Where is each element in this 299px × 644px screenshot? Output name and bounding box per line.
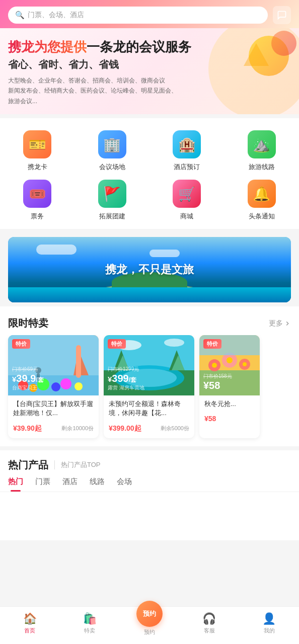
hot-tab-hotel[interactable]: 酒店 bbox=[62, 477, 78, 492]
chevron-right-icon bbox=[284, 320, 291, 327]
grid-item-travel[interactable]: ⛰️ 旅游线路 bbox=[225, 130, 300, 172]
sale-card-2-location: 露营 湖房车营地 bbox=[108, 384, 144, 391]
nav-item-profile[interactable]: 👤 我的 bbox=[239, 612, 299, 634]
sale-card-1-stock: 剩余10000份 bbox=[61, 425, 94, 432]
nav-home-label: 首页 bbox=[24, 627, 35, 634]
sale-card-1-body: 【台商|宝贝王】解放双手遛娃新潮地！仅... bbox=[8, 395, 99, 422]
search-icon: 🔍 bbox=[15, 11, 25, 20]
svg-point-7 bbox=[74, 382, 83, 390]
hot-tab-venue[interactable]: 会场 bbox=[117, 477, 132, 492]
search-placeholder: 门票、会场、酒店 bbox=[28, 11, 84, 20]
grid-section: 🎫 携龙卡 🏢 会议场地 🏨 酒店预订 ⛰️ 旅游线路 🎟️ bbox=[0, 118, 299, 229]
ticket-icon: 🎟️ bbox=[23, 180, 51, 208]
grid-item-team[interactable]: 🚩 拓展团建 bbox=[75, 180, 150, 221]
search-bar[interactable]: 🔍 门票、会场、酒店 bbox=[8, 7, 268, 24]
flash-sale-list: 特价 门市价69元 ¥39.9/套 台商宝贝王 【台商|宝贝王】解放双手遛娃新潮… bbox=[0, 335, 299, 446]
notice-icon: 🔔 bbox=[248, 180, 276, 208]
banner-title-rest: 一条龙的会议服务 bbox=[87, 39, 191, 54]
grid-item-ticket[interactable]: 🎟️ 票务 bbox=[0, 180, 75, 221]
booking-button[interactable]: 预约 bbox=[136, 601, 163, 627]
sale-card-2-current-price: ¥399/套 bbox=[108, 373, 144, 384]
xielongka-label: 携龙卡 bbox=[28, 163, 47, 172]
banner-desc: 大型晚会、企业年会、答谢会、招商会、培训会、微商会议 新闻发布会、经销商大会、医… bbox=[8, 75, 220, 106]
bottom-spacer bbox=[0, 540, 299, 581]
sale-card-3-image: 特价 门市价158元 ¥58 bbox=[199, 335, 260, 395]
xielongka-icon: 🎫 bbox=[23, 130, 51, 158]
nav-item-booking[interactable]: 预约 预约 bbox=[120, 611, 180, 636]
hero-banner: 携龙为您提供一条龙的会议服务 省心、省时、省力、省钱 大型晚会、企业年会、答谢会… bbox=[0, 28, 299, 114]
svg-point-28 bbox=[243, 362, 247, 366]
sale-card-3[interactable]: 特价 门市价158元 ¥58 秋冬元抢... ¥58 bbox=[199, 335, 260, 438]
sale-card-2-stock: 剩余5000份 bbox=[161, 425, 189, 432]
shop-label: 商城 bbox=[180, 212, 193, 221]
home-icon: 🏠 bbox=[23, 612, 37, 625]
sale-card-2-footer: ¥399.00起 剩余5000份 bbox=[104, 422, 194, 438]
bottom-nav: 🏠 首页 🛍️ 特卖 预约 预约 🎧 客服 👤 我的 bbox=[0, 606, 299, 644]
sale-card-2-real-price: ¥399.00起 bbox=[109, 424, 141, 433]
grid-item-venue[interactable]: 🏢 会议场地 bbox=[75, 130, 150, 172]
hot-products-tabs: 热门 门票 酒店 线路 会场 bbox=[0, 477, 299, 492]
message-button[interactable] bbox=[273, 6, 291, 24]
sale-card-1-current-price: ¥39.9/套 bbox=[12, 373, 44, 384]
flash-sale-more[interactable]: 更多 bbox=[269, 319, 291, 328]
sale-card-1-title: 【台商|宝贝王】解放双手遛娃新潮地！仅... bbox=[13, 399, 94, 418]
venue-icon: 🏢 bbox=[98, 130, 126, 158]
sale-icon: 🛍️ bbox=[83, 612, 97, 625]
nav-item-sale[interactable]: 🛍️ 特卖 bbox=[60, 612, 120, 634]
sale-card-1[interactable]: 特价 门市价69元 ¥39.9/套 台商宝贝王 【台商|宝贝王】解放双手遛娃新潮… bbox=[8, 335, 99, 438]
nav-profile-label: 我的 bbox=[264, 627, 275, 634]
sale-card-3-current-price: ¥58 bbox=[203, 380, 232, 391]
sale-card-1-footer: ¥39.90起 剩余10000份 bbox=[8, 422, 99, 438]
hot-tab-hot[interactable]: 热门 bbox=[8, 477, 23, 492]
sale-card-2-original-price: 门市价1299元 bbox=[108, 366, 144, 373]
sale-card-3-body: 秋冬元抢... bbox=[199, 395, 260, 413]
nav-item-service[interactable]: 🎧 客服 bbox=[179, 612, 239, 634]
hot-products-subtitle: 热门产品TOP bbox=[54, 460, 101, 469]
svg-point-6 bbox=[60, 378, 71, 389]
sale-card-1-location: 台商宝贝王 bbox=[12, 384, 44, 391]
hot-tab-route[interactable]: 线路 bbox=[90, 477, 105, 492]
grid-item-xielongka[interactable]: 🎫 携龙卡 bbox=[0, 130, 75, 172]
sale-card-1-image: 特价 门市价69元 ¥39.9/套 台商宝贝王 bbox=[8, 335, 99, 395]
grid-row-2: 🎟️ 票务 🚩 拓展团建 🛒 商城 🔔 头条通知 bbox=[0, 176, 299, 225]
sale-card-3-original-price: 门市价158元 bbox=[203, 373, 232, 380]
hot-tab-ticket[interactable]: 门票 bbox=[35, 477, 50, 492]
grid-item-shop[interactable]: 🛒 商城 bbox=[150, 180, 225, 221]
sale-card-1-badge: 特价 bbox=[12, 339, 30, 349]
team-icon: 🚩 bbox=[98, 180, 126, 208]
service-icon: 🎧 bbox=[202, 612, 216, 625]
sale-card-2-body: 未预约可全额退！森林奇境，休闲寻趣【花... bbox=[104, 395, 194, 422]
grid-item-hotel[interactable]: 🏨 酒店预订 bbox=[150, 130, 225, 172]
profile-icon: 👤 bbox=[262, 612, 276, 625]
shop-icon: 🛒 bbox=[173, 180, 201, 208]
hotel-label: 酒店预订 bbox=[174, 163, 200, 172]
deco-triangle bbox=[244, 43, 269, 66]
team-label: 拓展团建 bbox=[99, 212, 125, 221]
promo-banner-container: 携龙，不只是文旅 bbox=[0, 229, 299, 302]
svg-point-5 bbox=[51, 382, 60, 391]
sale-card-3-title: 秋冬元抢... bbox=[204, 399, 255, 409]
flash-sale-title: 限时特卖 bbox=[8, 316, 48, 330]
nav-sale-label: 特卖 bbox=[84, 627, 95, 634]
sale-card-1-real-price: ¥39.90起 bbox=[13, 424, 42, 433]
travel-label: 旅游线路 bbox=[249, 163, 275, 172]
promo-banner[interactable]: 携龙，不只是文旅 bbox=[8, 237, 291, 302]
nav-item-home[interactable]: 🏠 首页 bbox=[0, 612, 60, 634]
nav-booking-label: 预约 bbox=[144, 628, 155, 636]
hotel-icon: 🏨 bbox=[173, 130, 201, 158]
flash-sale-section: 限时特卖 更多 bbox=[0, 306, 299, 446]
sale-card-3-price-overlay: 门市价158元 ¥58 bbox=[203, 373, 232, 391]
hot-products-section: 热门产品 热门产品TOP 热门 门票 酒店 线路 会场 bbox=[0, 450, 299, 540]
hot-products-content bbox=[0, 492, 299, 532]
grid-item-notice[interactable]: 🔔 头条通知 bbox=[225, 180, 300, 221]
nav-service-label: 客服 bbox=[204, 627, 215, 634]
sale-card-3-badge: 特价 bbox=[203, 339, 221, 349]
sale-card-2[interactable]: 特价 门市价1299元 ¥399/套 露营 湖房车营地 未预约可全额退！森林奇境… bbox=[104, 335, 194, 438]
sale-card-2-title: 未预约可全额退！森林奇境，休闲寻趣【花... bbox=[109, 399, 189, 418]
venue-label: 会议场地 bbox=[99, 163, 125, 172]
svg-rect-8 bbox=[76, 345, 81, 378]
promo-cloud2 bbox=[150, 250, 180, 257]
sale-card-1-original-price: 门市价69元 bbox=[12, 366, 44, 373]
hot-products-header: 热门产品 热门产品TOP bbox=[0, 450, 299, 477]
sale-card-3-real-price: ¥58 bbox=[204, 415, 216, 423]
